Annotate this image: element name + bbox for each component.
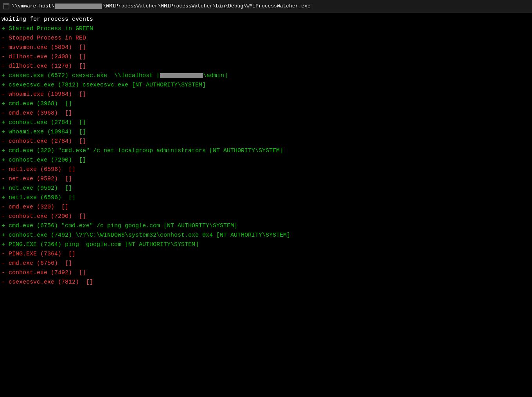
console-line: - Stopped Process in RED: [2, 34, 530, 43]
console-line: - msvsmon.exe (5804) []: [2, 43, 530, 52]
console-line: + csexec.exe (6572) csexec.exe \\localho…: [2, 71, 530, 81]
console-line: - cmd.exe (320) []: [2, 203, 530, 212]
console-line: - net.exe (9592) []: [2, 174, 530, 184]
console-line: - conhost.exe (2784) []: [2, 137, 530, 146]
console-line: + conhost.exe (7492) \??\C:\WINDOWS\syst…: [2, 231, 530, 240]
svg-rect-1: [4, 4, 9, 5]
redacted-content: [160, 73, 203, 78]
console-line: Waiting for process events: [2, 15, 530, 24]
console-output: Waiting for process events+ Started Proc…: [0, 13, 532, 289]
console-line: + net1.exe (6596) []: [2, 193, 530, 203]
console-line: - net1.exe (6596) []: [2, 165, 530, 174]
console-line: - conhost.exe (7200) []: [2, 212, 530, 221]
console-line: - PING.EXE (7364) []: [2, 250, 530, 259]
console-line: - csexecsvc.exe (7812) []: [2, 278, 530, 287]
console-line: - cmd.exe (3968) []: [2, 109, 530, 118]
console-line: - cmd.exe (6756) []: [2, 259, 530, 268]
console-line: + conhost.exe (2784) []: [2, 118, 530, 128]
title-bar: \\vmware-host\\WMIProcessWatcher\WMIProc…: [0, 0, 532, 13]
console-line: - conhost.exe (7492) []: [2, 268, 530, 278]
console-line: + cmd.exe (3968) []: [2, 99, 530, 109]
window-icon: [3, 3, 9, 9]
console-line: + cmd.exe (320) "cmd.exe" /c net localgr…: [2, 146, 530, 156]
console-line: + conhost.exe (7200) []: [2, 156, 530, 165]
console-line: - dllhost.exe (2408) []: [2, 52, 530, 62]
console-line: + Started Process in GREEN: [2, 24, 530, 34]
title-bar-text: \\vmware-host\\WMIProcessWatcher\WMIProc…: [12, 3, 311, 9]
console-line: + net.exe (9592) []: [2, 184, 530, 193]
console-line: - dllhost.exe (1276) []: [2, 62, 530, 71]
console-line: - whoami.exe (10984) []: [2, 90, 530, 99]
console-line: + PING.EXE (7364) ping google.com [NT AU…: [2, 240, 530, 250]
console-line: + csexecsvc.exe (7812) csexecsvc.exe [NT…: [2, 81, 530, 90]
console-line: + cmd.exe (6756) "cmd.exe" /c ping googl…: [2, 221, 530, 231]
console-line: + whoami.exe (10984) []: [2, 128, 530, 137]
